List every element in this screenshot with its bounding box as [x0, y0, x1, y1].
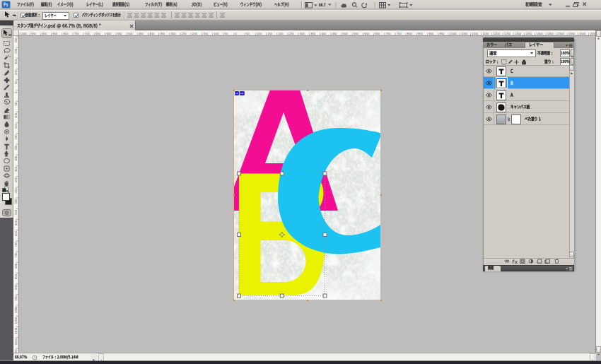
svg-text:700: 700 [85, 32, 91, 35]
svg-text:500: 500 [128, 32, 134, 35]
svg-text:850: 850 [14, 274, 18, 279]
svg-text:50: 50 [224, 32, 228, 35]
svg-text:1100: 1100 [14, 327, 18, 334]
svg-text:500: 500 [14, 199, 18, 204]
svg-text:50: 50 [246, 32, 250, 35]
svg-text:50: 50 [14, 102, 18, 105]
svg-text:900: 900 [428, 32, 434, 35]
svg-text:1150: 1150 [482, 32, 489, 35]
svg-text:150: 150 [14, 59, 18, 64]
svg-text:600: 600 [14, 220, 18, 225]
svg-text:550: 550 [117, 32, 122, 35]
svg-text:250: 250 [14, 37, 18, 43]
svg-text:200: 200 [278, 32, 284, 35]
svg-text:300: 300 [14, 155, 18, 161]
svg-text:350: 350 [310, 32, 316, 35]
svg-text:450: 450 [332, 32, 337, 35]
svg-text:1500: 1500 [558, 32, 565, 35]
svg-text:1250: 1250 [504, 32, 511, 35]
svg-text:500: 500 [343, 32, 349, 35]
svg-text:1050: 1050 [461, 32, 468, 35]
svg-text:250: 250 [182, 32, 187, 35]
svg-text:50: 50 [14, 81, 18, 84]
svg-text:400: 400 [321, 32, 327, 35]
svg-text:900: 900 [14, 285, 18, 290]
svg-text:150: 150 [203, 32, 209, 35]
svg-text:900: 900 [42, 32, 47, 35]
svg-text:700: 700 [385, 32, 391, 35]
svg-text:1100: 1100 [472, 32, 479, 35]
svg-text:450: 450 [14, 188, 18, 194]
svg-text:400: 400 [14, 177, 18, 183]
svg-text:300: 300 [170, 32, 176, 35]
svg-text:800: 800 [14, 263, 18, 269]
svg-text:650: 650 [95, 32, 101, 35]
svg-text:400: 400 [149, 32, 155, 35]
svg-text:700: 700 [14, 242, 18, 247]
svg-text:950: 950 [439, 32, 445, 35]
svg-text:1050: 1050 [14, 317, 18, 324]
svg-text:250: 250 [14, 145, 18, 151]
svg-text:1400: 1400 [536, 32, 543, 35]
svg-text:200: 200 [192, 32, 198, 35]
svg-text:1600: 1600 [579, 32, 586, 35]
svg-text:950: 950 [14, 295, 18, 301]
svg-text:1300: 1300 [515, 32, 522, 35]
svg-text:650: 650 [14, 231, 18, 237]
svg-text:850: 850 [418, 32, 424, 35]
svg-text:100: 100 [14, 70, 18, 76]
svg-text:800: 800 [63, 32, 69, 35]
svg-text:150: 150 [14, 124, 18, 129]
svg-text:750: 750 [74, 32, 80, 35]
svg-text:250: 250 [289, 32, 295, 35]
svg-text:600: 600 [364, 32, 370, 35]
svg-text:100: 100 [257, 32, 262, 35]
svg-text:550: 550 [354, 32, 359, 35]
svg-text:100: 100 [214, 32, 219, 35]
svg-text:950: 950 [31, 32, 37, 35]
svg-text:1450: 1450 [547, 32, 554, 35]
svg-text:750: 750 [397, 32, 402, 35]
svg-text:350: 350 [14, 166, 18, 172]
svg-text:350: 350 [160, 32, 165, 35]
svg-text:750: 750 [14, 252, 18, 258]
svg-text:1000: 1000 [14, 306, 18, 313]
svg-text:300: 300 [300, 32, 305, 35]
svg-text:650: 650 [375, 32, 380, 35]
svg-text:1550: 1550 [568, 32, 576, 35]
svg-text:100: 100 [14, 112, 18, 118]
svg-text:550: 550 [14, 209, 18, 215]
svg-text:600: 600 [106, 32, 112, 35]
svg-text:1150: 1150 [14, 339, 18, 346]
svg-text:1350: 1350 [525, 32, 532, 35]
svg-text:1000: 1000 [450, 32, 457, 35]
svg-text:1000: 1000 [21, 32, 28, 35]
svg-text:200: 200 [14, 48, 18, 54]
svg-text:200: 200 [14, 134, 18, 140]
svg-text:850: 850 [52, 32, 58, 35]
svg-text:1200: 1200 [493, 32, 500, 35]
svg-text:800: 800 [407, 32, 413, 35]
svg-text:450: 450 [139, 32, 144, 35]
svg-text:150: 150 [267, 32, 273, 35]
